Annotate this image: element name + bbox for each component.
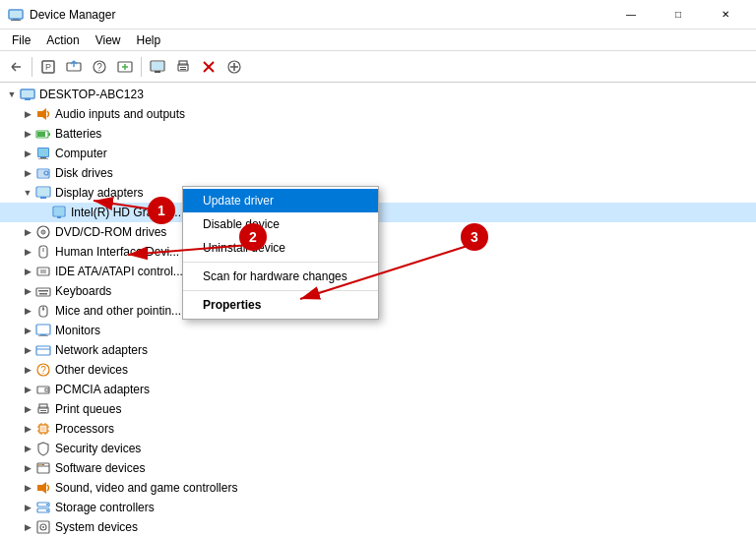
toggle-batteries[interactable]: ▶ [20,126,35,142]
ctx-disable-device[interactable]: Disable device [183,212,378,236]
toolbar-monitor[interactable] [146,55,169,79]
toggle-audio[interactable]: ▶ [20,106,35,122]
tree-item-audio[interactable]: ▶ Audio inputs and outputs [0,104,756,124]
toggle-security[interactable]: ▶ [20,441,35,456]
menu-view[interactable]: View [88,31,129,49]
ctx-scan-hardware[interactable]: Scan for hardware changes [183,265,378,288]
other-icon: ? [35,362,51,378]
ctx-properties[interactable]: Properties [183,293,378,317]
toolbar-update-driver[interactable] [62,55,86,79]
other-label: Other devices [55,363,128,377]
toggle-storage[interactable]: ▶ [20,500,35,515]
tree-item-print[interactable]: ▶ Print queues [0,399,756,419]
display-icon [35,185,51,201]
toggle-dvd[interactable]: ▶ [20,224,35,240]
svg-rect-60 [38,335,48,336]
toolbar-help[interactable]: ? [88,55,111,79]
tree-item-diskdrives[interactable]: ▶ Disk drives [0,163,756,183]
diskdrives-label: Disk drives [55,166,113,180]
svg-rect-52 [40,290,42,292]
tree-item-network[interactable]: ▶ Network adapters [0,340,756,360]
toggle-mice[interactable]: ▶ [20,303,35,319]
svg-rect-11 [155,71,160,73]
toolbar-expand[interactable] [222,55,246,79]
tree-item-computer[interactable]: ▶ Computer [0,144,756,163]
toggle-hid[interactable]: ▶ [20,244,35,260]
toggle-root[interactable]: ▼ [4,87,20,102]
tree-item-monitors[interactable]: ▶ Monitors [0,321,756,340]
toolbar-properties[interactable]: P [36,55,60,79]
svg-rect-36 [40,197,46,199]
toggle-network[interactable]: ▶ [20,342,35,358]
storage-label: Storage controllers [55,501,155,514]
svg-rect-14 [179,61,187,65]
menu-file[interactable]: File [4,31,38,49]
svg-rect-28 [38,149,48,156]
toggle-software[interactable]: ▶ [20,460,35,476]
sound-label: Sound, video and game controllers [55,481,237,495]
tree-item-processors[interactable]: ▶ Processors [0,419,756,439]
toolbar-back[interactable] [4,55,28,79]
hid-icon [35,244,51,260]
ctx-update-driver[interactable]: Update driver [183,189,378,212]
ctx-uninstall-device[interactable]: Uninstall device [183,236,378,260]
battery-icon [35,126,51,142]
svg-point-89 [46,504,48,506]
svg-rect-21 [22,90,33,97]
tree-root[interactable]: ▼ DESKTOP-ABC123 [0,85,756,104]
toggle-system[interactable]: ▶ [20,519,35,535]
toggle-monitors[interactable]: ▶ [20,323,35,338]
toggle-print[interactable]: ▶ [20,401,35,417]
svg-rect-66 [45,388,48,391]
menu-help[interactable]: Help [129,31,169,49]
software-label: Software devices [55,461,145,475]
svg-rect-12 [152,62,163,70]
svg-rect-53 [44,290,46,292]
svg-rect-51 [46,290,48,292]
svg-rect-16 [180,69,186,70]
intel-gpu-icon [51,205,67,220]
toolbar-scan[interactable] [113,55,137,79]
svg-point-83 [38,464,40,466]
svg-rect-70 [40,412,46,413]
audio-icon [35,106,51,122]
toggle-keyboards[interactable]: ▶ [20,283,35,299]
batteries-label: Batteries [55,127,101,141]
svg-point-57 [42,308,44,310]
menu-action[interactable]: Action [38,31,87,49]
tree-item-software[interactable]: ▶ Software devices [0,458,756,478]
tree-item-pcmcia[interactable]: ▶ PCMCIA adapters [0,380,756,399]
toggle-sound[interactable]: ▶ [20,480,35,496]
toggle-other[interactable]: ▶ [20,362,35,378]
app-icon [8,7,24,23]
root-label: DESKTOP-ABC123 [39,88,144,101]
tree-item-other[interactable]: ▶ ? Other devices [0,360,756,380]
close-button[interactable]: ✕ [703,0,748,30]
maximize-button[interactable]: □ [656,0,701,30]
toggle-pcmcia[interactable]: ▶ [20,382,35,397]
print-icon [35,401,51,417]
svg-rect-2 [11,20,21,21]
tree-item-system[interactable]: ▶ System devices [0,517,756,536]
svg-rect-69 [40,410,46,411]
toolbar-sep-2 [141,57,142,77]
tree-item-security[interactable]: ▶ Security devices [0,439,756,458]
annotation-1: 1 [148,197,175,224]
minimize-button[interactable]: — [608,0,654,30]
toggle-computer[interactable]: ▶ [20,146,35,161]
toggle-ide[interactable]: ▶ [20,264,35,279]
toggle-diskdrives[interactable]: ▶ [20,165,35,181]
toggle-display[interactable]: ▼ [20,185,35,201]
toggle-processors[interactable]: ▶ [20,421,35,437]
tree-item-sound[interactable]: ▶ Sound, video and game controllers [0,478,756,498]
svg-point-42 [42,231,44,233]
svg-rect-3 [10,11,22,18]
svg-marker-23 [37,108,46,120]
svg-rect-48 [36,288,50,296]
toolbar-print[interactable] [171,55,195,79]
keyboards-label: Keyboards [55,284,111,298]
tree-item-batteries[interactable]: ▶ Batteries [0,124,756,144]
tree-item-storage[interactable]: ▶ Storage controllers [0,498,756,517]
security-label: Security devices [55,442,141,455]
toolbar-remove[interactable] [197,55,220,79]
